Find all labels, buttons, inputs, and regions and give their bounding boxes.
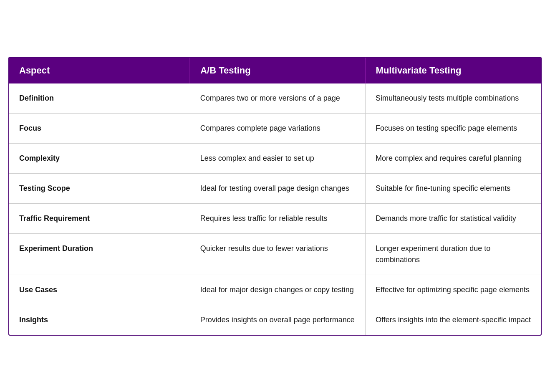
cell-ab: Compares two or more versions of a page [190, 83, 365, 114]
cell-mv: Effective for optimizing specific page e… [366, 275, 541, 305]
cell-aspect: Definition [9, 83, 190, 114]
table-row: Use CasesIdeal for major design changes … [9, 275, 541, 305]
cell-aspect: Use Cases [9, 275, 190, 305]
cell-aspect: Focus [9, 113, 190, 143]
header-aspect: Aspect [9, 58, 190, 83]
table-row: ComplexityLess complex and easier to set… [9, 143, 541, 173]
cell-ab: Less complex and easier to set up [190, 143, 365, 173]
cell-ab: Compares complete page variations [190, 113, 365, 143]
cell-aspect: Testing Scope [9, 173, 190, 203]
cell-ab: Provides insights on overall page perfor… [190, 305, 365, 335]
cell-mv: Simultaneously tests multiple combinatio… [366, 83, 541, 114]
cell-ab: Ideal for testing overall page design ch… [190, 173, 365, 203]
table-row: DefinitionCompares two or more versions … [9, 83, 541, 114]
cell-aspect: Complexity [9, 143, 190, 173]
header-row: Aspect A/B Testing Multivariate Testing [9, 58, 541, 83]
table-row: Traffic RequirementRequires less traffic… [9, 203, 541, 233]
comparison-table: Aspect A/B Testing Multivariate Testing … [9, 58, 541, 335]
cell-ab: Ideal for major design changes or copy t… [190, 275, 365, 305]
cell-aspect: Experiment Duration [9, 233, 190, 275]
cell-ab: Requires less traffic for reliable resul… [190, 203, 365, 233]
table-row: Experiment DurationQuicker results due t… [9, 233, 541, 275]
cell-ab: Quicker results due to fewer variations [190, 233, 365, 275]
table-row: Testing ScopeIdeal for testing overall p… [9, 173, 541, 203]
cell-aspect: Traffic Requirement [9, 203, 190, 233]
header-ab-testing: A/B Testing [190, 58, 365, 83]
cell-mv: Demands more traffic for statistical val… [366, 203, 541, 233]
table-row: FocusCompares complete page variationsFo… [9, 113, 541, 143]
cell-mv: More complex and requires careful planni… [366, 143, 541, 173]
cell-mv: Offers insights into the element-specifi… [366, 305, 541, 335]
header-multivariate-testing: Multivariate Testing [366, 58, 541, 83]
cell-mv: Focuses on testing specific page element… [366, 113, 541, 143]
comparison-table-wrapper: Aspect A/B Testing Multivariate Testing … [8, 57, 542, 336]
table-body: DefinitionCompares two or more versions … [9, 83, 541, 335]
cell-mv: Longer experiment duration due to combin… [366, 233, 541, 275]
cell-aspect: Insights [9, 305, 190, 335]
table-row: InsightsProvides insights on overall pag… [9, 305, 541, 335]
cell-mv: Suitable for fine-tuning specific elemen… [366, 173, 541, 203]
